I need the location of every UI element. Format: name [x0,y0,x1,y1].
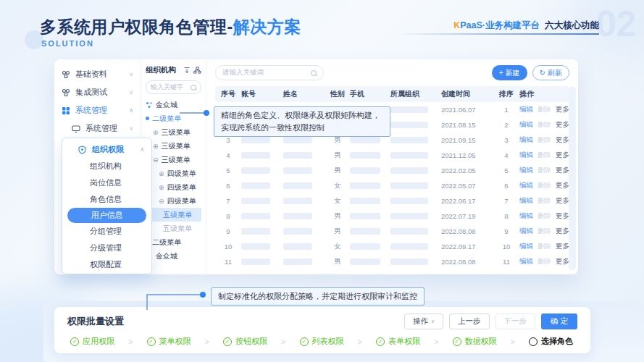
expand-icon[interactable]: ⊕ [153,143,159,150]
prev-step-button[interactable]: 上一步 [449,313,490,329]
tree-node-level4[interactable]: ⊖四级菜单 [146,194,201,208]
step-form-permission[interactable]: ✓表单权限 [376,336,420,347]
refresh-button[interactable]: ↻刷新 [532,65,569,80]
step-menu-permission[interactable]: ✓菜单权限 [147,336,191,347]
refresh-button-label: 刷新 [548,68,562,78]
tree-node-level3[interactable]: ⊖三级菜单 [146,153,201,167]
sitemap-icon[interactable] [193,67,201,74]
expand-icon[interactable]: ⊕ [159,184,164,191]
table-scrollbar[interactable] [569,87,576,270]
table-row[interactable]: 9男2022.08.089编辑删除更多 [215,224,569,239]
table-row[interactable]: 6女2022.05.076编辑删除更多 [215,178,569,193]
more-link[interactable]: 更多 [556,196,569,206]
sidebar-item-integration-test[interactable]: 集成测试 ∨ [54,83,141,101]
table-search-input[interactable]: 请输入关键词 [215,65,324,80]
step-select-role[interactable]: 选择角色 [529,336,573,347]
expand-icon[interactable]: ⊕ [153,129,159,136]
delete-link[interactable]: 删除 [538,181,551,190]
user-table-panel: 请输入关键词 +新建 ↻刷新 序号 账号 姓名 性别 手机 所属组织 创建时间 … [206,59,578,274]
expand-icon[interactable]: ⊕ [159,170,164,177]
edit-link[interactable]: 编辑 [519,181,533,190]
sidebar-item-system-management[interactable]: 系统管理 ∧ [54,101,141,119]
check-circle-icon: ✓ [376,337,385,346]
edit-link[interactable]: 编辑 [519,120,533,130]
cell-org-placeholder [390,137,428,143]
tree-search-input[interactable]: 输入关键字 [146,80,201,94]
more-link[interactable]: 更多 [556,181,569,190]
table-row[interactable]: 7女2022.06.177编辑删除更多 [215,193,569,209]
collapse-icon[interactable]: ⊖ [159,198,164,205]
delete-link[interactable]: 删除 [538,120,551,130]
more-link[interactable]: 更多 [556,257,569,266]
edit-link[interactable]: 编辑 [519,105,533,114]
edit-link[interactable]: 编辑 [519,227,533,236]
confirm-button[interactable]: 确 定 [541,313,577,329]
more-link[interactable]: 更多 [556,211,569,221]
popup-item-position-info[interactable]: 岗位信息 [62,174,151,191]
popup-item-level-management[interactable]: 分级管理 [62,240,151,256]
more-link[interactable]: 更多 [556,227,569,236]
delete-link[interactable]: 删除 [538,211,551,221]
delete-link[interactable]: 删除 [538,105,551,114]
tree-node-root[interactable]: 金众城 [146,249,201,263]
step-list-permission[interactable]: ✓列表权限 [300,336,344,347]
delete-link[interactable]: 删除 [538,135,551,145]
popup-header-org-permissions[interactable]: 组织权限 ∧ [62,141,151,158]
table-row[interactable]: 5男2022.02.055编辑删除更多 [215,163,569,178]
tree-node-root[interactable]: 金众城 [146,98,201,111]
popup-item-role-info[interactable]: 角色信息 [62,191,151,208]
edit-link[interactable]: 编辑 [519,196,533,206]
table-row[interactable]: 8男2022.07.198编辑删除更多 [215,209,569,224]
collapse-icon[interactable]: ⊖ [153,156,159,164]
edit-link[interactable]: 编辑 [519,242,533,251]
more-link[interactable]: 更多 [556,166,569,175]
cell-account-placeholder [241,228,270,235]
tree-node-level2[interactable]: 二级菜单 [146,235,201,249]
delete-link[interactable]: 删除 [538,166,551,175]
table-row[interactable]: 11男2022.08.0811编辑删除更多 [215,254,569,269]
action-dropdown-button[interactable]: 操作∨ [404,313,443,329]
more-link[interactable]: 更多 [556,105,569,114]
popup-item-group-management[interactable]: 分组管理 [62,223,151,240]
delete-link[interactable]: 删除 [538,227,551,236]
delete-link[interactable]: 删除 [538,196,551,206]
edit-link[interactable]: 编辑 [519,151,533,160]
tree-node-level5[interactable]: 五级菜单 [146,222,201,235]
popup-item-permission-config[interactable]: 权限配置 [62,256,151,273]
sidebar-subitem-system-management[interactable]: 系统管理 ∨ [54,119,141,138]
collapse-all-icon[interactable] [183,67,191,74]
step-data-permission[interactable]: ✓数据权限 [453,336,497,347]
popup-item-user-info-active[interactable]: 用户信息 [67,208,146,223]
step-button-permission[interactable]: ✓按钮权限 [223,336,267,347]
more-link[interactable]: 更多 [556,151,569,160]
tree-node-level4[interactable]: ⊕四级菜单 [146,180,201,194]
plus-icon: + [499,69,503,77]
tree-node-level3[interactable]: ⊕三级菜单 [146,125,201,139]
tree-node-level2[interactable]: 二级菜单 [146,111,201,125]
table-row[interactable]: 4男2021.12.054编辑删除更多 [215,148,569,163]
edit-link[interactable]: 编辑 [519,211,533,221]
delete-link[interactable]: 删除 [538,257,551,266]
edit-link[interactable]: 编辑 [519,135,533,145]
popup-item-org-structure[interactable]: 组织机构 [62,158,151,174]
table-row[interactable]: 10女2022.09.1710编辑删除更多 [215,239,569,254]
cell-created: 2021.12.05 [441,151,493,159]
tree-node-level4[interactable]: ⊕四级菜单 [146,167,201,180]
delete-link[interactable]: 删除 [538,242,551,251]
more-link[interactable]: 更多 [556,242,569,251]
more-link[interactable]: 更多 [556,135,569,145]
edit-link[interactable]: 编辑 [519,257,533,266]
monitor-icon [72,125,80,133]
step-app-permission[interactable]: ✓应用权限 [70,336,114,347]
tree-node-level5-selected[interactable]: 五级菜单 [146,208,201,222]
delete-link[interactable]: 删除 [538,151,551,160]
cell-name-placeholder [283,198,312,204]
next-step-button[interactable]: 下一步 [495,313,536,329]
new-button[interactable]: +新建 [492,65,527,80]
more-link[interactable]: 更多 [556,120,569,130]
cell-name-placeholder [283,182,312,189]
column-header: 性别 [325,89,350,99]
edit-link[interactable]: 编辑 [519,166,533,175]
sidebar-item-basic-data[interactable]: 基础资料 ∨ [54,65,141,83]
tree-node-level3[interactable]: ⊕三级菜单 [146,139,201,153]
